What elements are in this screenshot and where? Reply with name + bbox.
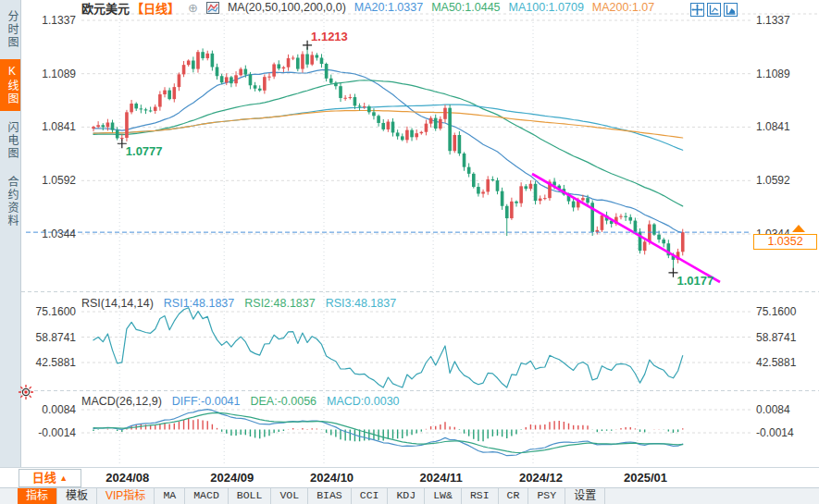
sidebar-item-1[interactable]: 分时图 [0,5,20,55]
rsi3-value: RSI3:48.1837 [326,297,396,310]
y-axis-label: 1.1337 [756,14,813,27]
period-badge: 【日线】 [131,0,180,17]
rsi2-value: RSI2:48.1837 [244,297,315,310]
y-axis-label: 1.1089 [756,68,813,80]
rsi-axis-label: 58.8741 [24,331,76,344]
period-selector[interactable]: 日线 ▲ [19,469,81,487]
macd-title: MACD(26,12,9) [81,395,162,408]
macd-axis-label: 0.0084 [24,403,76,416]
y-axis-label: 1.0841 [756,120,813,133]
macd-axis-label: 0.0084 [756,403,813,416]
sidebar-item-4[interactable]: 合约资料 [0,170,20,233]
rsi-axis-label: 42.5881 [24,356,76,369]
macd-diff-value: DIFF:-0.0041 [172,395,241,408]
ma50-value: MA50:1.0445 [431,1,500,14]
rsi1-value: RSI1:48.1837 [164,297,234,310]
chart-header: 欧元美元 【日线】 ⊕ MA(20,50,100,200,0,0) MA20:1… [81,1,654,14]
x-axis-month-label: 2024/12 [519,471,563,485]
macd-dea-value: DEA:-0.0056 [250,395,316,408]
indicator-settings-icon[interactable] [18,384,34,404]
macd-hist-value: MACD:0.0030 [327,395,400,408]
y-axis-label: 1.0592 [24,174,76,187]
high-price-annotation: 1.1213 [311,30,348,43]
tab-设置[interactable]: 设置 [565,488,605,504]
current-price-badge: 1.0352 [753,234,817,250]
tab-CR[interactable]: CR [499,488,529,504]
crosshair-tool-icon[interactable] [690,3,704,17]
tab-PSY[interactable]: PSY [528,488,565,504]
tab-CCI[interactable]: CCI [352,488,389,504]
x-axis-month-label: 2024/08 [105,471,149,485]
macd-axis-label: -0.0014 [24,426,76,439]
ma-settings-icon[interactable] [206,2,219,14]
low-price-annotation: 1.0177 [676,274,714,288]
tab-指标[interactable]: 指标 [18,488,57,504]
ma100-value: MA100:1.0709 [509,1,584,14]
low-price-annotation: 1.0777 [126,144,163,158]
tab-BOLL[interactable]: BOLL [229,488,272,504]
symbol-title: 欧元美元 [81,0,130,17]
sidebar-item-3[interactable]: 闪电图 [0,116,20,166]
trading-chart-app: 1.12131.07771.0177 分时图K线图闪电图合约资料 欧元美元 【日… [0,0,819,504]
axis-scale-icon[interactable] [707,3,721,17]
indicator-tab-bar: 指标模板VIP指标MAMACDBOLLVOLBIASCCIKDJLW&RSICR… [0,488,819,504]
tab-VOL[interactable]: VOL [271,488,308,504]
add-indicator-icon[interactable]: ⊕ [188,1,198,15]
tab-VIP指标[interactable]: VIP指标 [97,488,155,504]
rsi-axis-label: 75.1600 [756,305,813,318]
tab-KDJ[interactable]: KDJ [388,488,425,504]
rsi-title: RSI(14,14,14) [81,297,154,310]
tab-模板[interactable]: 模板 [57,488,97,504]
macd-header: MACD(26,12,9) DIFF:-0.0041 DEA:-0.0056 M… [81,395,400,408]
y-axis-label: 1.0592 [756,174,813,187]
period-selector-label: 日线 [32,471,56,485]
x-axis-month-label: 2024/09 [210,471,254,485]
price-up-arrow-icon [792,225,805,232]
x-axis-month-label: 2024/10 [310,471,354,485]
ma200-value: MA200:1.07 [592,1,654,14]
tab-MA[interactable]: MA [155,488,185,504]
view-toolbar [690,3,738,17]
axis-fill-scale-icon[interactable] [724,3,738,17]
rsi-axis-label: 58.8741 [756,331,813,344]
y-axis-label: 1.1337 [24,14,76,27]
chevron-up-icon: ▲ [59,473,68,483]
x-axis-month-label: 2024/11 [420,471,463,485]
rsi-axis-label: 42.5881 [756,356,813,369]
rsi-header: RSI(14,14,14) RSI1:48.1837 RSI2:48.1837 … [81,297,396,310]
macd-axis-label: -0.0014 [756,426,813,439]
sidebar-item-2[interactable]: K线图 [0,59,20,111]
x-axis-month-label: 2025/01 [624,471,667,485]
tab-BIAS[interactable]: BIAS [308,488,352,504]
chart-canvas[interactable]: 1.12131.07771.0177 [0,0,819,504]
ma-formula: MA(20,50,100,200,0,0) [228,1,346,14]
tab-RSI[interactable]: RSI [462,488,499,504]
y-axis-label: 1.0841 [24,120,76,133]
tab-LW&[interactable]: LW& [425,488,462,504]
y-axis-label: 1.0344 [24,227,76,240]
ma20-value: MA20:1.0337 [354,1,423,14]
tab-MACD[interactable]: MACD [185,488,229,504]
y-axis-label: 1.1089 [24,68,76,80]
rsi-axis-label: 75.1600 [24,305,76,318]
